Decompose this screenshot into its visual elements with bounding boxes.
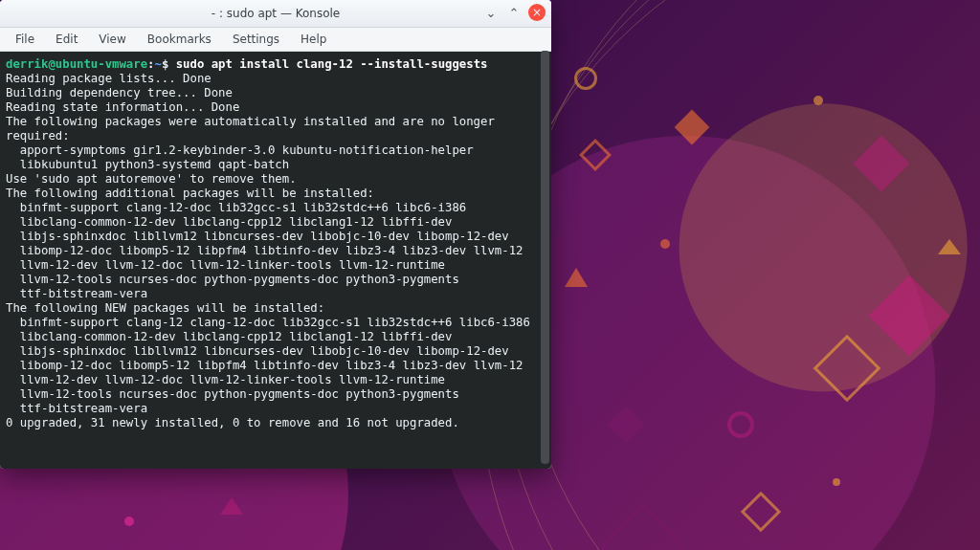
- wallpaper-shape: [833, 478, 840, 486]
- menubar: File Edit View Bookmarks Settings Help: [0, 28, 551, 52]
- out-line: Reading state information... Done: [6, 100, 239, 114]
- out-line: binfmt-support clang-12-doc lib32gcc-s1 …: [6, 201, 466, 214]
- out-line: Building dependency tree... Done: [6, 86, 233, 99]
- menu-settings[interactable]: Settings: [223, 30, 289, 49]
- wallpaper-shape: [565, 268, 588, 287]
- out-line: llvm-12-dev llvm-12-doc llvm-12-linker-t…: [6, 373, 445, 386]
- wallpaper-shape: [124, 517, 134, 526]
- wallpaper-shape: [574, 67, 597, 90]
- wallpaper-shape: [938, 239, 961, 254]
- prompt-user: derrik: [6, 57, 48, 71]
- menu-view[interactable]: View: [89, 30, 135, 49]
- out-line: The following NEW packages will be insta…: [6, 301, 324, 315]
- prompt-command: sudo apt install clang-12 --install-sugg…: [176, 57, 488, 71]
- out-line: libclang-common-12-dev libclang-cpp12 li…: [6, 330, 452, 343]
- konsole-window[interactable]: - : sudo apt — Konsole ⌄ ⌃ × File Edit V…: [0, 0, 551, 469]
- menu-help[interactable]: Help: [291, 30, 336, 49]
- desktop-wallpaper: - : sudo apt — Konsole ⌄ ⌃ × File Edit V…: [0, 0, 980, 550]
- out-line: libjs-sphinxdoc libllvm12 libncurses-dev…: [6, 230, 509, 243]
- wallpaper-shape: [220, 497, 243, 515]
- out-line: libjs-sphinxdoc libllvm12 libncurses-dev…: [6, 344, 509, 358]
- terminal-output[interactable]: derrik@ubuntu-vmware:~$ sudo apt install…: [6, 57, 546, 430]
- menu-edit[interactable]: Edit: [46, 30, 87, 49]
- out-line: Use 'sudo apt autoremove' to remove them…: [6, 172, 297, 186]
- out-line: The following additional packages will b…: [6, 187, 374, 200]
- menu-bookmarks[interactable]: Bookmarks: [138, 30, 221, 49]
- out-line: llvm-12-tools ncurses-doc python-pygment…: [6, 387, 459, 401]
- window-title: - : sudo apt — Konsole: [212, 7, 340, 20]
- wallpaper-shape: [813, 96, 823, 105]
- prompt-cwd: ~: [154, 57, 161, 71]
- out-line: Reading package lists... Done: [6, 72, 212, 85]
- out-line: ttf-bitstream-vera: [6, 402, 147, 415]
- out-line: The following packages were automaticall…: [6, 115, 501, 143]
- window-buttons: ⌄ ⌃ ×: [482, 4, 546, 21]
- out-line: libomp-12-doc libomp5-12 libpfm4 libtinf…: [6, 244, 523, 257]
- minimize-button[interactable]: ⌄: [482, 4, 500, 21]
- out-line: llvm-12-dev llvm-12-doc llvm-12-linker-t…: [6, 258, 445, 272]
- prompt-host: ubuntu-vmware: [56, 57, 147, 71]
- out-line: libomp-12-doc libomp5-12 libpfm4 libtinf…: [6, 359, 523, 372]
- close-button[interactable]: ×: [528, 4, 546, 21]
- terminal-scrollbar-thumb[interactable]: [541, 51, 549, 464]
- out-line: binfmt-support clang-12 clang-12-doc lib…: [6, 316, 530, 329]
- out-line: libclang-common-12-dev libclang-cpp12 li…: [6, 215, 452, 229]
- out-line: llvm-12-tools ncurses-doc python-pygment…: [6, 273, 459, 286]
- wallpaper-shape: [727, 411, 754, 438]
- out-line: ttf-bitstream-vera: [6, 287, 147, 300]
- menu-file[interactable]: File: [6, 30, 44, 49]
- wallpaper-arc: [479, 0, 980, 550]
- out-line: apport-symptoms gir1.2-keybinder-3.0 kub…: [6, 143, 474, 157]
- out-line: libkubuntu1 python3-systemd qapt-batch: [6, 158, 289, 171]
- out-line: 0 upgraded, 31 newly installed, 0 to rem…: [6, 416, 459, 429]
- wallpaper-shape: [660, 239, 670, 249]
- window-titlebar[interactable]: - : sudo apt — Konsole ⌄ ⌃ ×: [0, 0, 551, 28]
- terminal-viewport[interactable]: derrik@ubuntu-vmware:~$ sudo apt install…: [0, 52, 551, 469]
- maximize-button[interactable]: ⌃: [505, 4, 523, 21]
